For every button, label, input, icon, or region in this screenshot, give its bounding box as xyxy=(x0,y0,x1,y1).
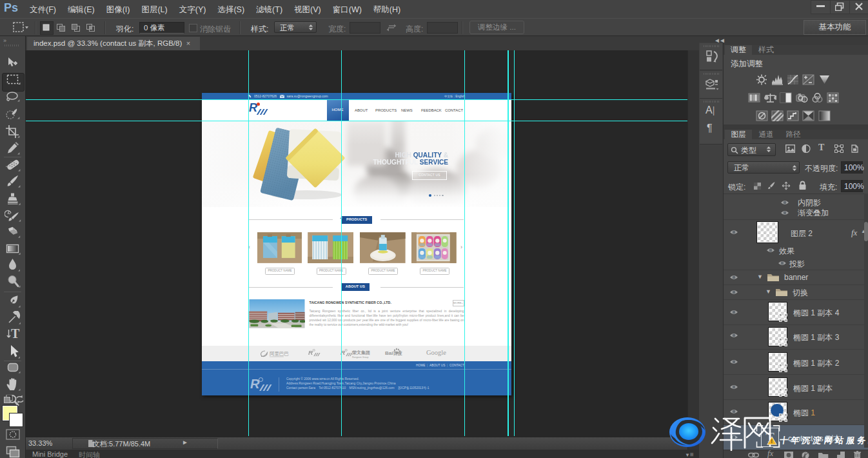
svg-text:T: T xyxy=(11,327,20,341)
svg-text:阿里巴巴: 阿里巴巴 xyxy=(270,350,289,356)
svg-text:!: ! xyxy=(771,438,773,444)
